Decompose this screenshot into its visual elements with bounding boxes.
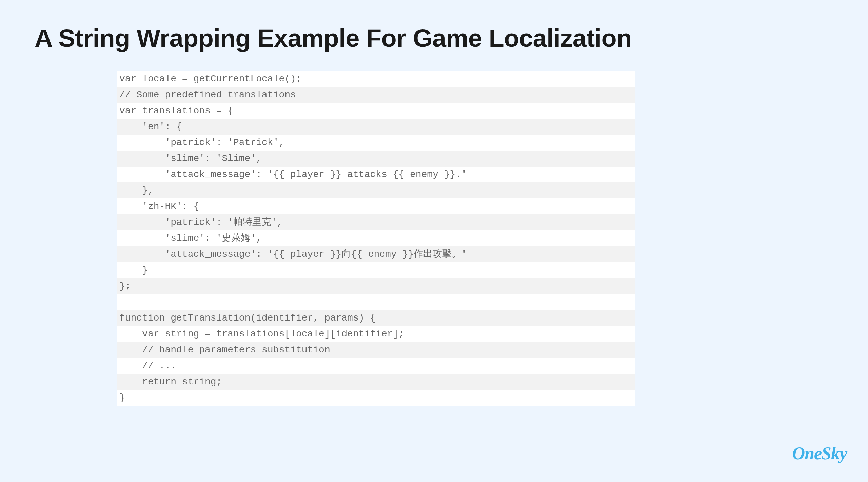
code-line: }: [117, 390, 635, 406]
code-line: 'slime': 'Slime',: [117, 151, 635, 167]
code-line: };: [117, 278, 635, 294]
code-line: var string = translations[locale][identi…: [117, 326, 635, 342]
code-line: 'patrick': '帕特里克',: [117, 214, 635, 230]
code-line: 'attack_message': '{{ player }} attacks …: [117, 167, 635, 182]
code-line: 'zh-HK': {: [117, 198, 635, 214]
slide-container: A String Wrapping Example For Game Local…: [0, 0, 868, 482]
slide-title: A String Wrapping Example For Game Local…: [35, 24, 834, 53]
code-line: // handle parameters substitution: [117, 342, 635, 358]
code-line: return string;: [117, 374, 635, 390]
code-line: var locale = getCurrentLocale();: [117, 71, 635, 87]
code-line: 'patrick': 'Patrick',: [117, 135, 635, 151]
code-line: var translations = {: [117, 103, 635, 119]
code-line: }: [117, 262, 635, 278]
code-line: [117, 294, 635, 310]
code-line: 'attack_message': '{{ player }}向{{ enemy…: [117, 246, 635, 262]
onesky-logo: OneSky: [792, 443, 847, 463]
code-line: 'slime': '史萊姆',: [117, 230, 635, 246]
code-line: },: [117, 182, 635, 198]
code-block: var locale = getCurrentLocale();// Some …: [117, 71, 635, 406]
code-line: // ...: [117, 358, 635, 374]
code-line: 'en': {: [117, 119, 635, 135]
code-line: function getTranslation(identifier, para…: [117, 310, 635, 326]
code-line: // Some predefined translations: [117, 87, 635, 103]
